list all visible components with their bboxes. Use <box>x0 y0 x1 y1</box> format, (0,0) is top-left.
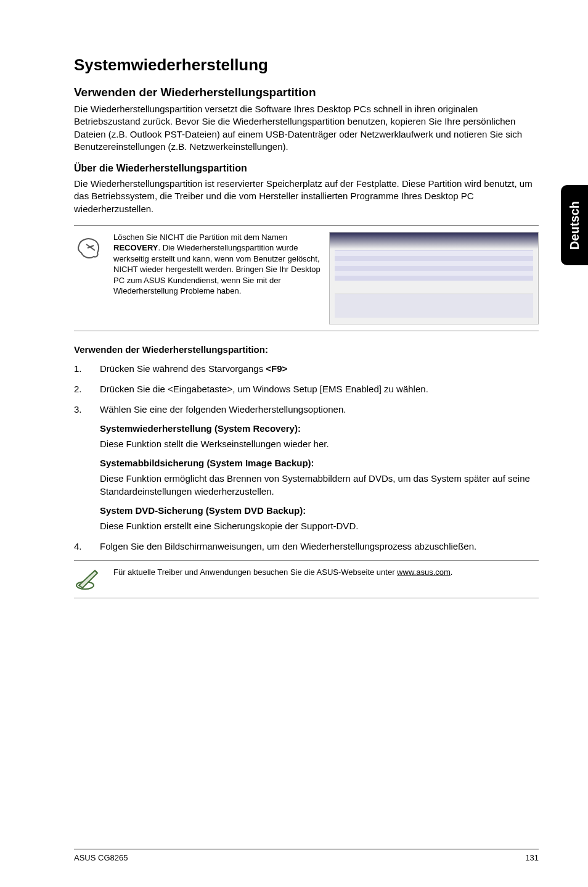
language-tab-label: Deutsch <box>568 201 582 250</box>
step-2: Drücken Sie die <Eingabetaste>, um Windo… <box>74 382 539 395</box>
language-tab: Deutsch <box>561 185 588 265</box>
option-image-backup: Systemabbildsicherung (System Image Back… <box>100 456 539 498</box>
body-about-recovery: Die Wiederherstellungspartition ist rese… <box>74 178 539 215</box>
pen-icon <box>74 567 105 592</box>
heading-about-recovery: Über die Wiederherstellungspartition <box>74 163 539 174</box>
option3-head: System DVD-Sicherung (System DVD Backup)… <box>100 504 539 517</box>
disk-management-screenshot <box>329 232 539 324</box>
note1-pre: Löschen Sie NICHT die Partition mit dem … <box>113 233 287 242</box>
note-visit-website: Für aktuelle Treiber und Anwendungen bes… <box>74 560 539 598</box>
note2-pre: Für aktuelle Treiber und Anwendungen bes… <box>113 567 397 577</box>
step-4: Folgen Sie den Bildschirmanweisungen, um… <box>74 540 539 553</box>
body-recovery-use: Die Wiederherstellungspartition versetzt… <box>74 103 539 153</box>
steps-list: Drücken Sie während des Starvorgangs <F9… <box>74 362 539 553</box>
note1-bold: RECOVERY <box>113 243 158 252</box>
footer-page-number: 131 <box>525 853 539 862</box>
step-3-text: Wählen Sie eine der folgenden Wiederhers… <box>100 404 346 415</box>
hand-icon <box>74 232 105 263</box>
option1-head: Systemwiederherstellung (System Recovery… <box>100 422 539 435</box>
option1-body: Diese Funktion stellt die Werkseinstellu… <box>100 437 539 450</box>
page-title: Systemwiederherstellung <box>74 56 539 75</box>
option2-body: Diese Funktion ermöglicht das Brennen vo… <box>100 472 539 498</box>
section-about-recovery: Über die Wiederherstellungspartition Die… <box>74 163 539 215</box>
page-footer: ASUS CG8265 131 <box>74 849 539 862</box>
note2-link[interactable]: www.asus.com <box>397 567 451 577</box>
option3-body: Diese Funktion erstellt eine Sicherungsk… <box>100 519 539 532</box>
note-text-website: Für aktuelle Treiber und Anwendungen bes… <box>113 567 539 578</box>
step-1-key: <F9> <box>266 363 287 374</box>
note-do-not-delete: Löschen Sie NICHT die Partition mit dem … <box>74 225 539 331</box>
heading-recovery-use: Verwenden der Wiederherstellungspartitio… <box>74 86 539 99</box>
step-1-pre: Drücken Sie während des Starvorgangs <box>100 363 266 374</box>
step-3: Wählen Sie eine der folgenden Wiederhers… <box>74 403 539 532</box>
note-text-do-not-delete: Löschen Sie NICHT die Partition mit dem … <box>113 232 321 297</box>
steps-heading: Verwenden der Wiederherstellungspartitio… <box>74 344 539 356</box>
footer-product: ASUS CG8265 <box>74 853 128 862</box>
option2-head: Systemabbildsicherung (System Image Back… <box>100 456 539 469</box>
step-1: Drücken Sie während des Starvorgangs <F9… <box>74 362 539 375</box>
note2-post: . <box>451 567 453 577</box>
option-system-recovery: Systemwiederherstellung (System Recovery… <box>100 422 539 450</box>
option-dvd-backup: System DVD-Sicherung (System DVD Backup)… <box>100 504 539 532</box>
section-recovery-partition-use: Verwenden der Wiederherstellungspartitio… <box>74 86 539 153</box>
